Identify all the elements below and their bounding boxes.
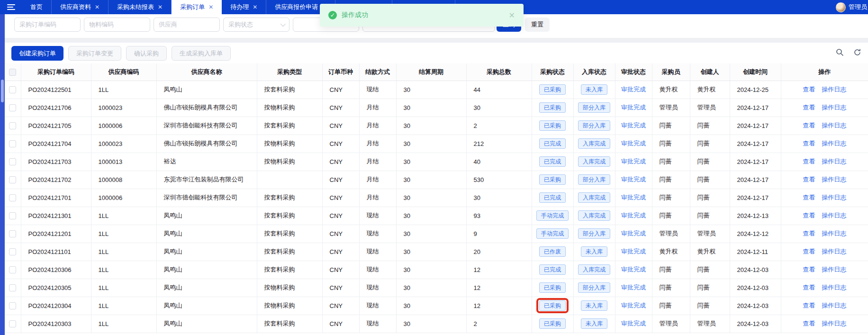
cell-qty: 2 [466,117,532,135]
row-checkbox[interactable] [9,212,16,219]
operation-log-link[interactable]: 操作日志 [822,86,846,93]
tab-close-icon[interactable]: ✕ [208,4,213,10]
filter-input-供应商[interactable]: 供应商 [154,18,220,32]
cell-supplier_name: 深圳市德创能科技有限公司 [156,189,257,207]
operation-log-link[interactable]: 操作日志 [822,140,846,147]
view-link[interactable]: 查看 [803,86,815,93]
create-po-button[interactable]: 创建采购订单 [11,46,63,61]
approval-status-text: 审批完成 [615,243,652,261]
table-row: PO20241203041LL凤鸣山按物料采购CNY现结3012已采购未入库审批… [5,297,868,315]
table-row: PO20241203031LL凤鸣山按套料采购CNY现结302已采购未入库审批完… [5,315,868,333]
cell-po: PO2024121703 [21,153,91,171]
row-checkbox[interactable] [9,302,16,309]
row-checkbox[interactable] [9,248,16,255]
cell-type: 按物料采购 [257,279,322,297]
view-link[interactable]: 查看 [803,104,815,111]
tab-首页[interactable]: 首页 [22,0,52,14]
row-checkbox[interactable] [9,86,16,93]
toast-close-icon[interactable]: ✕ [509,11,515,20]
view-link[interactable]: 查看 [803,248,815,255]
cell-payment: 月结 [359,99,396,117]
search-icon[interactable] [836,48,844,56]
cell-currency: CNY [322,261,359,279]
cell-buyer: 黄升权 [652,81,690,99]
operation-log-link[interactable]: 操作日志 [822,284,846,291]
view-link[interactable]: 查看 [803,212,815,219]
view-link[interactable]: 查看 [803,122,815,129]
row-checkbox[interactable] [9,140,16,147]
filter-input-物料编码[interactable]: 物料编码 [84,18,150,32]
view-link[interactable]: 查看 [803,176,815,183]
operation-log-link[interactable]: 操作日志 [822,266,846,273]
column-header-采购类型: 采购类型 [257,63,322,81]
operation-log-link[interactable]: 操作日志 [822,194,846,201]
menu-toggle-button[interactable] [0,0,22,14]
purchase-status-badge: 已采购 [539,282,566,293]
filter-select-采购状态[interactable]: 采购状态 [223,18,289,32]
cell-_cb [5,135,21,153]
row-checkbox[interactable] [9,284,16,291]
cell-purchase_status: 已完成 [532,135,573,153]
operation-log-link[interactable]: 操作日志 [822,212,846,219]
row-checkbox[interactable] [9,320,16,327]
tab-label: 待办理 [230,3,249,11]
confirm-purchase-button[interactable]: 确认采购 [126,46,167,61]
operation-log-link[interactable]: 操作日志 [822,248,846,255]
cell-buyer: 闫蔷 [652,189,690,207]
refresh-icon[interactable] [853,48,861,56]
user-box[interactable]: 管理员 [836,0,868,14]
cell-purchase_status: 已完成 [532,189,573,207]
user-name: 管理员 [849,3,867,11]
view-link[interactable]: 查看 [803,140,815,147]
tab-待办理[interactable]: 待办理✕ [222,0,266,14]
operation-log-link[interactable]: 操作日志 [822,176,846,183]
table-header-row: 采购订单编码供应商编码供应商名称采购类型订单币种结款方式结算周期采购总数采购状态… [5,63,868,81]
row-checkbox[interactable] [9,158,16,165]
view-link[interactable]: 查看 [803,284,815,291]
row-checkbox[interactable] [9,176,16,183]
tab-close-icon[interactable]: ✕ [95,4,99,10]
tab-close-icon[interactable]: ✕ [253,4,257,10]
cell-created: 2024-12-17 [730,189,781,207]
operation-log-link[interactable]: 操作日志 [822,230,846,237]
cell-_cb [5,297,21,315]
change-po-button[interactable]: 采购订单变更 [68,46,121,61]
tab-close-icon[interactable]: ✕ [158,4,163,10]
row-checkbox[interactable] [9,122,16,129]
cell-qty: 2 [466,315,532,333]
generate-inbound-button[interactable]: 生成采购入库单 [172,46,231,61]
view-link[interactable]: 查看 [803,158,815,165]
filter-input-采购订单编码[interactable]: 采购订单编码 [14,18,81,32]
operation-log-link[interactable]: 操作日志 [822,104,846,111]
view-link[interactable]: 查看 [803,266,815,273]
tab-采购未结报表[interactable]: 采购未结报表✕ [108,0,172,14]
operation-log-link[interactable]: 操作日志 [822,320,846,327]
view-link[interactable]: 查看 [803,320,815,327]
sidebar-scrollbar-thumb[interactable] [1,80,4,102]
tab-采购订单[interactable]: 采购订单✕ [172,0,222,14]
cell-qty: 30 [466,189,532,207]
operation-log-link[interactable]: 操作日志 [822,302,846,309]
row-checkbox[interactable] [9,266,16,273]
view-link[interactable]: 查看 [803,194,815,201]
row-checkbox[interactable] [9,194,16,201]
cell-buyer: 管理员 [652,315,690,333]
cell-ops: 查看操作日志 [781,279,868,297]
cell-payment: 月结 [359,171,396,189]
view-link[interactable]: 查看 [803,302,815,309]
operation-log-link[interactable]: 操作日志 [822,158,846,165]
column-header-操作: 操作 [781,63,868,81]
row-checkbox[interactable] [9,104,16,111]
chevron-down-icon [280,21,286,27]
cell-buyer: 闫蔷 [652,117,690,135]
cell-creator: 管理员 [690,225,730,243]
tab-供应商资料[interactable]: 供应商资料✕ [52,0,108,14]
select-all-checkbox[interactable] [9,69,16,76]
operation-log-link[interactable]: 操作日志 [822,122,846,129]
row-checkbox[interactable] [9,230,16,237]
approval-status-text: 审批完成 [615,315,652,333]
reset-button[interactable]: 重置 [525,18,550,32]
filter-placeholder: 物料编码 [89,20,114,29]
view-link[interactable]: 查看 [803,230,815,237]
column-header-结款方式: 结款方式 [359,63,396,81]
